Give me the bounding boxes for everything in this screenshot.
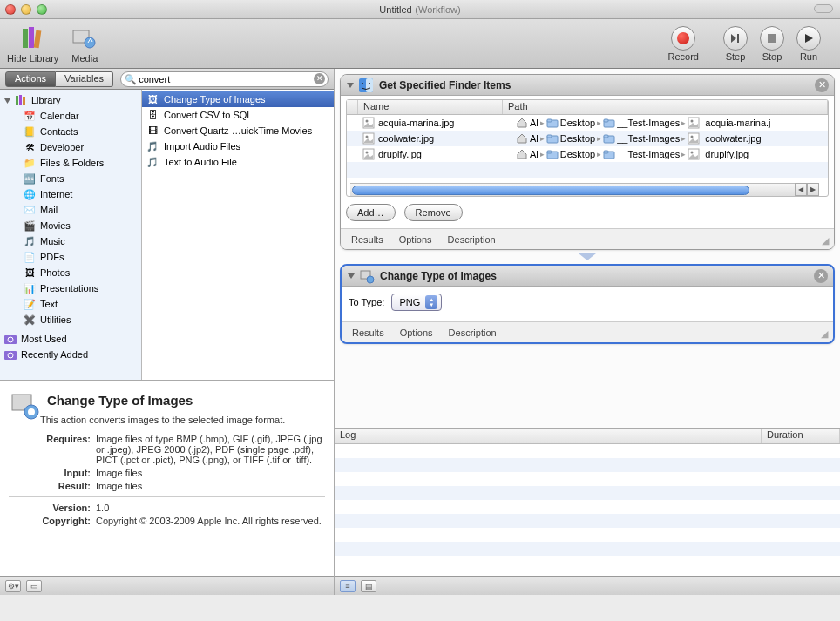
- results-tab[interactable]: Results: [351, 234, 383, 245]
- options-tab[interactable]: Options: [400, 327, 433, 338]
- library-item[interactable]: 🌐Internet: [0, 186, 141, 202]
- gear-menu-button[interactable]: ⚙▾: [5, 580, 21, 592]
- scroll-right-button[interactable]: ▶: [807, 183, 819, 196]
- media-button[interactable]: Media: [71, 24, 98, 64]
- file-row[interactable]: drupify.jpgAl▸Desktop▸__Test-Images▸drup…: [347, 146, 828, 162]
- library-item-label: Contacts: [40, 126, 78, 137]
- stop-label: Stop: [762, 51, 782, 62]
- category-icon: 📝: [23, 297, 37, 311]
- action-item-label: Convert CSV to SQL: [164, 110, 253, 120]
- svg-rect-1: [29, 27, 34, 48]
- library-root[interactable]: Library: [0, 92, 141, 108]
- step-button[interactable]: Step: [723, 26, 748, 62]
- library-item[interactable]: 🔤Fonts: [0, 171, 141, 186]
- svg-rect-40: [547, 151, 552, 153]
- action-list-item[interactable]: 🎵Text to Audio File: [142, 154, 334, 170]
- media-label: Media: [71, 53, 98, 64]
- library-most-used[interactable]: Most Used: [0, 331, 141, 347]
- library-item-label: Utilities: [40, 314, 71, 325]
- smart-folder-icon: [3, 332, 17, 346]
- file-row[interactable]: acquia-marina.jpgAl▸Desktop▸__Test-Image…: [347, 115, 828, 131]
- input-key: Input:: [9, 468, 96, 478]
- search-field[interactable]: 🔍 ✕: [120, 71, 329, 87]
- run-button[interactable]: Run: [796, 26, 821, 62]
- remove-action-button[interactable]: ✕: [814, 269, 828, 283]
- horizontal-scrollbar[interactable]: [350, 183, 812, 196]
- library-item-label: Photos: [40, 267, 70, 278]
- record-button[interactable]: Record: [668, 26, 699, 62]
- library-item-label: Files & Folders: [40, 158, 104, 168]
- library-item[interactable]: 📅Calendar: [0, 108, 141, 124]
- library-item[interactable]: 📊Presentations: [0, 280, 141, 296]
- library-item[interactable]: 🛠Developer: [0, 139, 141, 155]
- col-path-header[interactable]: Path: [503, 100, 828, 114]
- library-item[interactable]: ✖️Utilities: [0, 312, 141, 327]
- workflow-status-bar: ≡ ▤: [335, 576, 840, 595]
- workflow-area[interactable]: Get Specified Finder Items ✕ Name Path a…: [335, 69, 840, 428]
- file-row[interactable]: coolwater.jpgAl▸Desktop▸__Test-Images▸co…: [347, 131, 828, 146]
- library-item[interactable]: 📝Text: [0, 296, 141, 312]
- category-icon: ✖️: [23, 313, 37, 327]
- tab-variables[interactable]: Variables: [56, 71, 113, 87]
- action-list-item[interactable]: 🎞Convert Quartz …uickTime Movies: [142, 123, 334, 138]
- library-item[interactable]: ✉️Mail: [0, 202, 141, 218]
- col-name-header[interactable]: Name: [358, 100, 503, 114]
- category-icon: 🎬: [23, 219, 37, 233]
- remove-button[interactable]: Remove: [404, 204, 463, 221]
- media-icon: [71, 24, 98, 52]
- library-tree[interactable]: Library 📅Calendar📒Contacts🛠Developer📁Fil…: [0, 90, 142, 380]
- select-arrows-icon: ▲▼: [425, 295, 437, 309]
- duration-col-header[interactable]: Duration: [762, 429, 840, 443]
- requires-key: Requires:: [9, 434, 96, 465]
- library-item-label: Calendar: [40, 111, 79, 121]
- library-item-label: Text: [40, 299, 58, 309]
- hide-library-button[interactable]: Hide Library: [7, 24, 58, 64]
- copyright-key: Copyright:: [9, 516, 96, 526]
- result-key: Result:: [9, 481, 96, 491]
- scroll-left-button[interactable]: ◀: [795, 183, 807, 196]
- view-log-button[interactable]: ▤: [361, 580, 376, 592]
- options-tab[interactable]: Options: [399, 234, 432, 245]
- action-list-item[interactable]: 🎵Import Audio Files: [142, 138, 334, 154]
- tab-actions[interactable]: Actions: [5, 71, 56, 87]
- library-item[interactable]: 🎬Movies: [0, 218, 141, 233]
- results-tab[interactable]: Results: [352, 327, 384, 338]
- action-header[interactable]: Change Type of Images ✕: [342, 266, 833, 287]
- to-type-select[interactable]: PNG ▲▼: [391, 294, 442, 311]
- library-item[interactable]: 📁Files & Folders: [0, 155, 141, 171]
- action-list-item[interactable]: 🖼Change Type of Images: [142, 91, 334, 107]
- action-item-label: Import Audio Files: [164, 141, 240, 152]
- stop-button[interactable]: Stop: [760, 26, 784, 62]
- library-item[interactable]: 🎵Music: [0, 233, 141, 249]
- action-get-specified-finder-items[interactable]: Get Specified Finder Items ✕ Name Path a…: [340, 74, 835, 250]
- toggle-pane-button[interactable]: ▭: [26, 580, 42, 592]
- library-recently-added[interactable]: Recently Added: [0, 347, 141, 362]
- description-tab[interactable]: Description: [449, 327, 497, 338]
- clear-search-button[interactable]: ✕: [314, 73, 325, 84]
- remove-action-button[interactable]: ✕: [815, 78, 829, 92]
- action-list[interactable]: 🖼Change Type of Images🗄Convert CSV to SQ…: [142, 90, 334, 380]
- library-item[interactable]: 🖼Photos: [0, 265, 141, 280]
- description-tab[interactable]: Description: [448, 234, 496, 245]
- add-button[interactable]: Add…: [346, 204, 396, 221]
- resize-grip-icon[interactable]: ◢: [821, 328, 828, 340]
- requires-value: Image files of type BMP (.bmp), GIF (.gi…: [96, 434, 325, 465]
- action-connector: [340, 253, 835, 262]
- log-col-header[interactable]: Log: [335, 429, 762, 443]
- toolbar-toggle-button[interactable]: [814, 4, 833, 13]
- search-input[interactable]: [120, 71, 329, 87]
- library-item-label: Mail: [40, 205, 58, 215]
- library-item[interactable]: 📄PDFs: [0, 249, 141, 265]
- action-header[interactable]: Get Specified Finder Items ✕: [341, 75, 834, 96]
- resize-grip-icon[interactable]: ◢: [822, 235, 829, 246]
- action-change-type-of-images[interactable]: Change Type of Images ✕ To Type: PNG ▲▼ …: [340, 264, 835, 344]
- view-list-button[interactable]: ≡: [340, 580, 356, 592]
- disclosure-icon[interactable]: [346, 81, 355, 90]
- svg-rect-24: [547, 119, 552, 122]
- svg-rect-32: [547, 135, 552, 138]
- library-item-label: Fonts: [40, 173, 64, 184]
- disclosure-icon[interactable]: [347, 272, 356, 280]
- library-item-label: Presentations: [40, 283, 98, 294]
- library-item[interactable]: 📒Contacts: [0, 124, 141, 139]
- action-list-item[interactable]: 🗄Convert CSV to SQL: [142, 107, 334, 123]
